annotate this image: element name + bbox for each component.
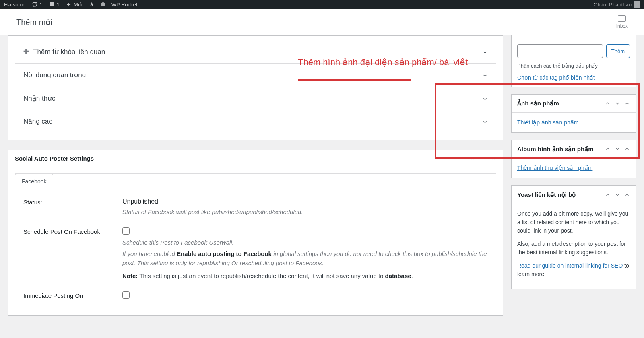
row-label: Thêm từ khóa liên quan xyxy=(33,48,105,56)
row-label: Nhận thức xyxy=(23,94,56,103)
tag-separator-hint: Phân cách các thẻ bằng dấu phẩy xyxy=(517,63,630,69)
annotation-text: Thêm hình ảnh đại diện sản phẩm/ bài viế… xyxy=(298,56,468,69)
social-auto-poster-box: Social Auto Poster Settings Facebook Sta… xyxy=(8,150,503,316)
comment-icon xyxy=(49,2,55,7)
move-up-button[interactable] xyxy=(605,192,611,198)
page-title: Thêm mới xyxy=(16,17,52,27)
chevron-down-icon xyxy=(482,49,488,55)
plus-icon: ✚ xyxy=(23,48,29,56)
status-dot-icon xyxy=(101,2,105,6)
adminbar-flatsome[interactable]: Flatsome xyxy=(4,2,25,8)
move-down-button[interactable] xyxy=(615,101,620,106)
choose-popular-tags-link[interactable]: Chọn từ các tag phổ biến nhất xyxy=(517,74,595,81)
adminbar-yoast[interactable] xyxy=(89,2,95,7)
internal-link-guide-link[interactable]: Read our guide on internal linking for S… xyxy=(517,262,623,269)
admin-bar: Flatsome 1 1 Mới WP Rocket Chào, Phantha… xyxy=(0,0,644,9)
adminbar-status[interactable] xyxy=(101,2,105,6)
adminbar-comments[interactable]: 1 xyxy=(49,2,60,8)
move-down-button[interactable] xyxy=(615,146,620,152)
adminbar-new[interactable]: Mới xyxy=(66,2,83,8)
adminbar-greeting[interactable]: Chào, Phanthao xyxy=(594,1,640,8)
comments-count: 1 xyxy=(57,2,60,8)
sap-tabbar: Facebook xyxy=(15,174,496,189)
yoast-analysis-box: ✚Thêm từ khóa liên quan Nội dung quan tr… xyxy=(8,35,503,140)
updates-count: 1 xyxy=(39,2,42,8)
product-gallery-box: Album hình ảnh sản phẩm Thêm ảnh thư việ… xyxy=(511,140,636,179)
plus-icon xyxy=(66,2,72,7)
inbox-button[interactable]: Inbox xyxy=(616,15,628,29)
tag-input[interactable] xyxy=(517,44,603,58)
internal-link-guide: Read our guide on internal linking for S… xyxy=(517,262,630,278)
chevron-down-icon xyxy=(482,96,488,101)
schedule-checkbox[interactable] xyxy=(122,227,130,235)
yoast-row-advanced[interactable]: Nâng cao xyxy=(15,110,496,133)
tutorial-annotation: Thêm hình ảnh đại diện sản phẩm/ bài viế… xyxy=(298,56,468,81)
avatar-icon xyxy=(634,1,640,8)
add-tag-button[interactable]: Thêm xyxy=(606,44,630,58)
refresh-icon xyxy=(32,2,37,7)
move-down-button[interactable] xyxy=(480,156,486,161)
immediate-checkbox[interactable] xyxy=(122,291,130,299)
status-row: Status: Unpublished Status of Facebook w… xyxy=(23,198,488,217)
move-up-button[interactable] xyxy=(470,156,475,161)
chevron-down-icon xyxy=(482,72,488,78)
row-label: Nâng cao xyxy=(23,117,53,126)
set-product-image-link[interactable]: Thiết lập ảnh sản phẩm xyxy=(517,119,578,126)
schedule-help2: If you have enabled Enable auto posting … xyxy=(122,249,488,268)
tab-facebook[interactable]: Facebook xyxy=(15,174,53,189)
toggle-button[interactable] xyxy=(624,146,630,152)
adminbar-updates[interactable]: 1 xyxy=(32,2,42,8)
page-header: Thêm mới Inbox xyxy=(0,9,644,35)
add-gallery-images-link[interactable]: Thêm ảnh thư viện sản phẩm xyxy=(517,165,592,171)
internal-linking-title: Yoast liên kết nội bộ xyxy=(517,191,576,199)
yoast-icon xyxy=(89,2,95,7)
move-down-button[interactable] xyxy=(615,192,620,198)
schedule-note: Note: This setting is just an event to r… xyxy=(122,272,488,281)
internal-link-p1: Once you add a bit more copy, we'll give… xyxy=(517,210,630,235)
move-up-button[interactable] xyxy=(605,146,611,152)
yoast-internal-linking-box: Yoast liên kết nội bộ Once you add a bit… xyxy=(511,185,636,289)
toggle-button[interactable] xyxy=(491,156,496,161)
immediate-row: Immediate Posting On xyxy=(23,291,488,300)
product-image-title: Ảnh sản phẩm xyxy=(517,99,559,107)
immediate-label: Immediate Posting On xyxy=(23,291,122,299)
internal-link-p2: Also, add a metadescription to your post… xyxy=(517,240,630,257)
row-label: Nội dung quan trọng xyxy=(23,71,86,79)
chevron-down-icon xyxy=(482,119,488,124)
new-label: Mới xyxy=(74,2,83,8)
product-image-box: Ảnh sản phẩm Thiết lập ảnh sản phẩm xyxy=(511,94,636,133)
product-tags-box: Thêm Phân cách các thẻ bằng dấu phẩy Chọ… xyxy=(511,35,636,87)
inbox-label: Inbox xyxy=(616,23,628,29)
adminbar-wprocket[interactable]: WP Rocket xyxy=(111,2,138,8)
schedule-label: Schedule Post On Facebook: xyxy=(23,227,122,235)
metabox-title: Social Auto Poster Settings xyxy=(15,155,94,162)
toggle-button[interactable] xyxy=(624,192,630,198)
status-label: Status: xyxy=(23,198,122,206)
schedule-row: Schedule Post On Facebook: Schedule this… xyxy=(23,227,488,281)
yoast-row-insights[interactable]: Nhận thức xyxy=(15,87,496,110)
toggle-button[interactable] xyxy=(624,101,630,106)
inbox-icon xyxy=(618,15,626,22)
status-value: Unpublished xyxy=(122,198,488,205)
product-gallery-title: Album hình ảnh sản phẩm xyxy=(517,145,593,153)
move-up-button[interactable] xyxy=(605,101,611,106)
annotation-underline xyxy=(298,79,411,81)
schedule-help1: Schedule this Post to Facebook Userwall. xyxy=(122,238,488,247)
status-help: Status of Facebook wall post like publis… xyxy=(122,208,488,217)
greeting-text: Chào, Phanthao xyxy=(594,2,632,8)
